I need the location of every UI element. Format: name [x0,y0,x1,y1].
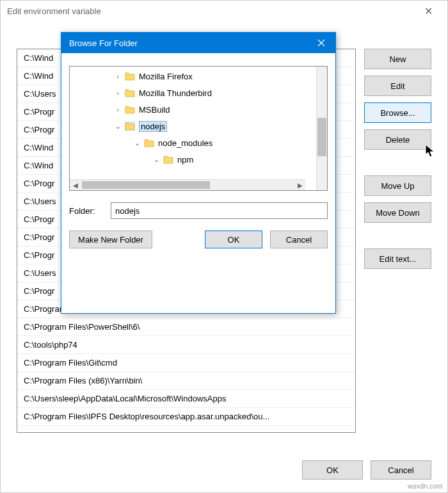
tree-item-label: npm [177,155,193,165]
main-ok-button[interactable]: OK [302,460,363,480]
chevron-right-icon[interactable]: › [113,89,122,97]
make-new-folder-button[interactable]: Make New Folder [69,230,152,248]
folder-icon [144,138,154,147]
edit-text-button[interactable]: Edit text... [364,248,431,269]
watermark: wsxdn.com [408,482,443,490]
tree-item[interactable]: ›Mozilla Thunderbird [70,85,316,101]
horizontal-scrollbar[interactable]: ◀ ▶ [70,179,305,190]
h-scroll-thumb[interactable] [82,181,210,189]
tree-item[interactable]: ⌄node_modules [70,134,316,151]
scroll-right-icon[interactable]: ▶ [294,182,305,189]
folder-icon [163,155,173,164]
chevron-right-icon[interactable]: › [113,72,122,80]
tree-item-label: node_modules [158,138,212,148]
edit-button[interactable]: Edit [364,76,431,96]
browse-cancel-button[interactable]: Cancel [270,230,328,248]
scroll-left-icon[interactable]: ◀ [70,182,81,189]
tree-item-label: nodejs [139,121,167,132]
folder-icon [125,88,135,97]
chevron-down-icon[interactable]: ⌄ [113,122,122,131]
tree-item-label: Mozilla Firefox [139,72,193,81]
chevron-down-icon[interactable]: ⌄ [132,139,141,147]
folder-input[interactable] [111,202,328,219]
delete-button[interactable]: Delete [364,129,431,150]
chevron-down-icon[interactable]: ⌄ [152,156,161,164]
browse-titlebar[interactable]: Browse For Folder [61,33,335,53]
list-item[interactable]: C:\Program Files\Git\cmd [17,354,355,372]
main-title: Edit environment variable [7,6,415,16]
new-button[interactable]: New [364,49,431,69]
close-icon[interactable] [307,33,335,53]
close-icon[interactable]: ✕ [415,5,441,17]
move-down-button[interactable]: Move Down [364,202,431,223]
folder-tree[interactable]: ›Mozilla Firefox›Mozilla Thunderbird›MSB… [69,66,328,191]
tree-item-label: MSBuild [139,105,170,115]
browse-for-folder-dialog: Browse For Folder ›Mozilla Firefox›Mozil… [61,32,336,314]
tree-item[interactable]: ›MSBuild [70,101,316,118]
move-up-button[interactable]: Move Up [364,175,431,196]
browse-title: Browse For Folder [69,38,307,48]
main-cancel-button[interactable]: Cancel [371,460,431,480]
list-item[interactable]: C:\Program Files\IPFS Desktop\resources\… [17,408,355,426]
folder-icon [125,72,135,81]
main-action-bar: OK Cancel [302,460,431,480]
v-scroll-thumb[interactable] [317,118,326,156]
list-item[interactable]: C:\Users\sleep\AppData\Local\Microsoft\W… [17,390,355,408]
tree-item-label: Mozilla Thunderbird [139,88,212,98]
vertical-scrollbar[interactable] [316,67,327,190]
folder-icon [125,122,135,131]
browse-button[interactable]: Browse... [364,102,431,123]
tree-item[interactable]: ⌄npm [70,151,316,168]
main-titlebar: Edit environment variable ✕ [1,1,447,21]
list-item[interactable]: C:\Program Files\PowerShell\6\ [17,318,355,336]
side-button-column: New Edit Browse... Delete Move Up Move D… [364,49,431,275]
tree-item[interactable]: ›Mozilla Firefox [70,68,316,85]
folder-label: Folder: [69,206,104,216]
folder-icon [125,105,135,114]
browse-ok-button[interactable]: OK [205,230,262,248]
tree-item[interactable]: ⌄nodejs [70,118,316,134]
list-item[interactable]: C:\tools\php74 [17,336,355,354]
chevron-right-icon[interactable]: › [113,106,122,113]
list-item[interactable]: C:\Program Files (x86)\Yarn\bin\ [17,372,355,390]
